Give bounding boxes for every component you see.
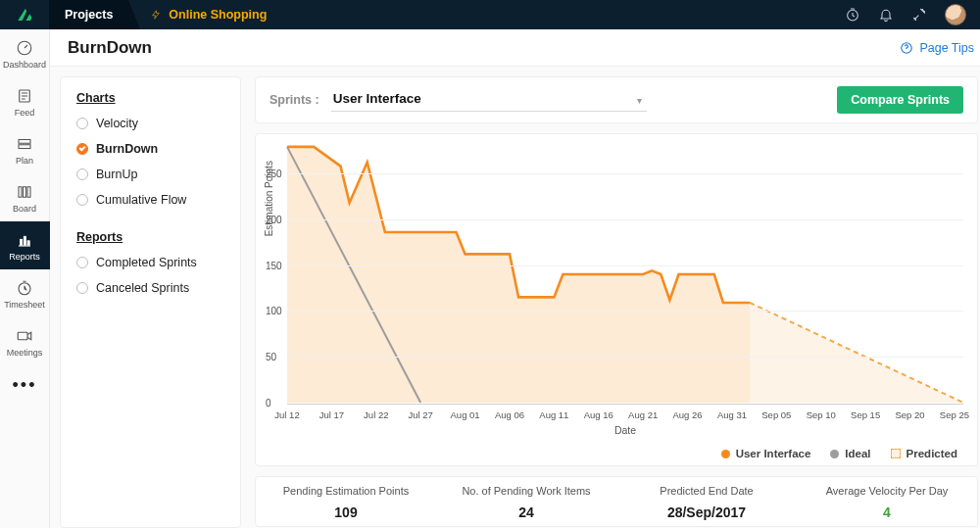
clock-icon[interactable] <box>845 7 860 23</box>
rail-item-plan[interactable]: Plan <box>0 125 50 173</box>
charts-heading: Charts <box>76 91 224 105</box>
rail-item-feed[interactable]: Feed <box>0 77 50 125</box>
page-title: BurnDown <box>68 38 152 58</box>
reports-icon <box>16 231 33 249</box>
radio-icon <box>76 257 88 268</box>
burndown-chart: Estimation Points Date 050100150200250Ju… <box>287 146 963 403</box>
feed-icon <box>16 87 33 105</box>
tools-icon[interactable] <box>911 7 927 23</box>
nav-tab-label: Projects <box>65 8 113 22</box>
rail-item-reports[interactable]: Reports <box>0 221 50 269</box>
radio-icon <box>76 143 88 155</box>
svg-rect-9 <box>24 236 25 245</box>
nav-rail: DashboardFeedPlanBoardReportsTimesheetMe… <box>0 29 50 528</box>
rail-item-board[interactable]: Board <box>0 173 50 221</box>
radio-icon <box>76 118 88 129</box>
meetings-icon <box>16 327 33 345</box>
legend-ideal: Ideal <box>830 448 870 459</box>
legend-actual: User Interface <box>721 448 811 459</box>
burndown-chart-card: Estimation Points Date 050100150200250Ju… <box>255 133 978 466</box>
timesheet-icon <box>16 279 33 297</box>
side-option-cumulative-flow[interactable]: Cumulative Flow <box>76 193 224 207</box>
svg-rect-4 <box>19 145 30 149</box>
bolt-icon <box>151 8 161 22</box>
board-icon <box>16 183 33 201</box>
side-panel: Charts VelocityBurnDownBurnUpCumulative … <box>60 76 241 528</box>
breadcrumb-project[interactable]: Online Shopping <box>151 8 267 22</box>
topbar: Projects Online Shopping <box>0 0 980 29</box>
svg-rect-8 <box>21 239 23 245</box>
reports-heading: Reports <box>76 230 224 244</box>
breadcrumb-label: Online Shopping <box>169 8 267 22</box>
svg-rect-10 <box>27 241 29 246</box>
stat-col: No. of Pending Work Items24 <box>436 477 616 526</box>
svg-rect-3 <box>19 140 30 144</box>
help-icon <box>900 41 913 55</box>
stat-col: Average Velocity Per Day4 <box>797 477 977 526</box>
page-tips-link[interactable]: Page Tips <box>900 41 974 55</box>
svg-rect-12 <box>18 332 27 340</box>
page-tips-label: Page Tips <box>919 41 974 55</box>
rail-item-dashboard[interactable]: Dashboard <box>0 29 50 77</box>
rail-item-meetings[interactable]: Meetings <box>0 317 50 365</box>
chart-toolbar: Sprints : User Interface ▾ Compare Sprin… <box>255 76 978 123</box>
chart-legend: User Interface Ideal Predicted <box>721 448 957 459</box>
side-option-canceled-sprints[interactable]: Canceled Sprints <box>76 281 224 295</box>
avatar[interactable] <box>945 4 966 25</box>
radio-icon <box>76 194 88 206</box>
more-icon: ••• <box>13 375 37 396</box>
svg-rect-5 <box>19 187 22 198</box>
svg-rect-7 <box>27 187 30 198</box>
dashboard-icon <box>16 39 33 57</box>
sprint-select-label: Sprints : <box>270 93 319 107</box>
rail-item-more[interactable]: ••• <box>0 365 50 404</box>
compare-sprints-button[interactable]: Compare Sprints <box>837 86 963 114</box>
sprint-stats-table: Pending Estimation Points109No. of Pendi… <box>255 476 978 527</box>
side-option-velocity[interactable]: Velocity <box>76 117 224 130</box>
legend-predicted: Predicted <box>891 448 957 459</box>
svg-rect-6 <box>24 187 26 198</box>
side-option-completed-sprints[interactable]: Completed Sprints <box>76 256 224 269</box>
stat-col: Pending Estimation Points109 <box>256 477 436 526</box>
app-logo[interactable] <box>0 0 49 29</box>
radio-icon <box>76 282 88 294</box>
nav-tab-projects[interactable]: Projects <box>49 0 129 29</box>
plan-icon <box>16 135 33 153</box>
radio-icon <box>76 168 88 180</box>
sprint-select[interactable]: User Interface <box>331 88 647 112</box>
x-axis-label: Date <box>614 424 636 436</box>
bell-icon[interactable] <box>878 7 894 23</box>
stat-col: Predicted End Date28/Sep/2017 <box>616 477 797 526</box>
side-option-burnup[interactable]: BurnUp <box>76 168 224 181</box>
rail-item-timesheet[interactable]: Timesheet <box>0 269 50 317</box>
side-option-burndown[interactable]: BurnDown <box>76 142 224 156</box>
